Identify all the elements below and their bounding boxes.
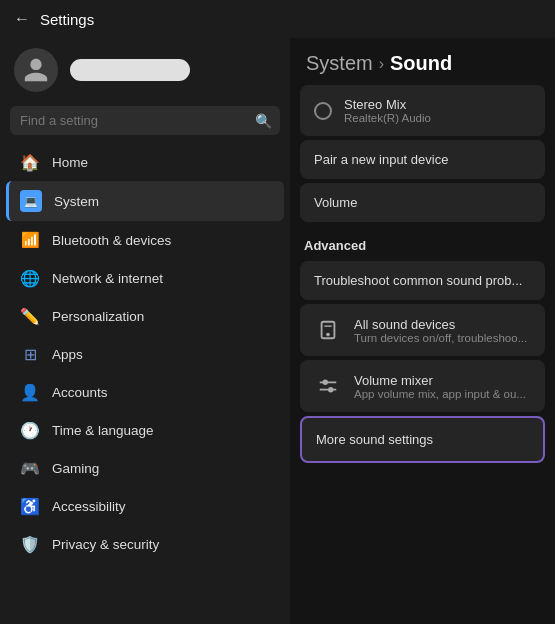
volume-card: Volume: [300, 183, 545, 222]
settings-title: Settings: [40, 11, 94, 28]
volume-mixer-icon: [314, 372, 342, 400]
breadcrumb: System › Sound: [290, 38, 555, 85]
breadcrumb-current: Sound: [390, 52, 452, 75]
sidebar-item-personalization[interactable]: ✏️ Personalization: [6, 297, 284, 335]
title-bar: ← Settings: [0, 0, 555, 38]
more-sound-settings-button[interactable]: More sound settings: [300, 416, 545, 463]
sidebar-item-apps[interactable]: ⊞ Apps: [6, 335, 284, 373]
svg-point-1: [326, 333, 330, 337]
sidebar-label-apps: Apps: [52, 347, 83, 362]
sidebar-label-system: System: [54, 194, 99, 209]
stereo-mix-radio[interactable]: [314, 102, 332, 120]
sidebar-item-gaming[interactable]: 🎮 Gaming: [6, 449, 284, 487]
volume-mixer-text: Volume mixer App volume mix, app input &…: [354, 373, 526, 400]
sidebar-item-accessibility[interactable]: ♿ Accessibility: [6, 487, 284, 525]
sidebar-label-bluetooth: Bluetooth & devices: [52, 233, 171, 248]
troubleshoot-row[interactable]: Troubleshoot common sound prob...: [300, 261, 545, 300]
avatar: [14, 48, 58, 92]
search-icon: 🔍: [255, 113, 272, 129]
sidebar-label-network: Network & internet: [52, 271, 163, 286]
volume-mixer-subtitle: App volume mix, app input & ou...: [354, 388, 526, 400]
gaming-icon: 🎮: [20, 458, 40, 478]
accessibility-icon: ♿: [20, 496, 40, 516]
all-sound-devices-text: All sound devices Turn devices on/off, t…: [354, 317, 527, 344]
bluetooth-icon: 📶: [20, 230, 40, 250]
sidebar-label-privacy: Privacy & security: [52, 537, 159, 552]
breadcrumb-chevron-icon: ›: [379, 55, 384, 73]
stereo-mix-title: Stereo Mix: [344, 97, 431, 112]
sidebar-item-bluetooth[interactable]: 📶 Bluetooth & devices: [6, 221, 284, 259]
sidebar-item-privacy[interactable]: 🛡️ Privacy & security: [6, 525, 284, 563]
network-icon: 🌐: [20, 268, 40, 288]
stereo-mix-text: Stereo Mix Realtek(R) Audio: [344, 97, 431, 124]
sidebar-item-time[interactable]: 🕐 Time & language: [6, 411, 284, 449]
back-button[interactable]: ←: [14, 10, 30, 28]
user-profile[interactable]: [0, 38, 290, 106]
breadcrumb-parent: System: [306, 52, 373, 75]
all-sound-devices-subtitle: Turn devices on/off, troubleshoo...: [354, 332, 527, 344]
sound-content: Stereo Mix Realtek(R) Audio Pair a new i…: [290, 85, 555, 416]
sidebar-label-accessibility: Accessibility: [52, 499, 126, 514]
volume-mixer-row[interactable]: Volume mixer App volume mix, app input &…: [300, 360, 545, 412]
stereo-mix-card: Stereo Mix Realtek(R) Audio: [300, 85, 545, 136]
home-icon: 🏠: [20, 152, 40, 172]
volume-mixer-title: Volume mixer: [354, 373, 526, 388]
system-icon: 💻: [20, 190, 42, 212]
sidebar-label-accounts: Accounts: [52, 385, 108, 400]
pair-device-row[interactable]: Pair a new input device: [300, 140, 545, 179]
volume-mixer-card: Volume mixer App volume mix, app input &…: [300, 360, 545, 412]
content-area: System › Sound Stereo Mix Realtek(R) Aud…: [290, 38, 555, 624]
search-input[interactable]: [10, 106, 280, 135]
personalization-icon: ✏️: [20, 306, 40, 326]
all-sound-devices-row[interactable]: All sound devices Turn devices on/off, t…: [300, 304, 545, 356]
sidebar-item-accounts[interactable]: 👤 Accounts: [6, 373, 284, 411]
accounts-icon: 👤: [20, 382, 40, 402]
all-devices-icon: [314, 316, 342, 344]
main-layout: 🔍 🏠 Home 💻 System 📶 Bluetooth & devices …: [0, 38, 555, 624]
pair-device-card: Pair a new input device: [300, 140, 545, 179]
svg-point-6: [328, 387, 334, 393]
stereo-mix-subtitle: Realtek(R) Audio: [344, 112, 431, 124]
svg-rect-2: [324, 325, 331, 326]
sidebar-item-system[interactable]: 💻 System: [6, 181, 284, 221]
sidebar: 🔍 🏠 Home 💻 System 📶 Bluetooth & devices …: [0, 38, 290, 624]
svg-point-5: [323, 380, 329, 386]
sidebar-label-gaming: Gaming: [52, 461, 99, 476]
all-sound-devices-card: All sound devices Turn devices on/off, t…: [300, 304, 545, 356]
apps-icon: ⊞: [20, 344, 40, 364]
volume-row[interactable]: Volume: [300, 183, 545, 222]
stereo-mix-row[interactable]: Stereo Mix Realtek(R) Audio: [300, 85, 545, 136]
privacy-icon: 🛡️: [20, 534, 40, 554]
time-icon: 🕐: [20, 420, 40, 440]
username-display: [70, 59, 190, 81]
sidebar-item-network[interactable]: 🌐 Network & internet: [6, 259, 284, 297]
advanced-header: Advanced: [300, 226, 545, 261]
sidebar-label-home: Home: [52, 155, 88, 170]
sidebar-label-time: Time & language: [52, 423, 154, 438]
sidebar-item-home[interactable]: 🏠 Home: [6, 143, 284, 181]
troubleshoot-card: Troubleshoot common sound prob...: [300, 261, 545, 300]
search-box[interactable]: 🔍: [10, 106, 280, 135]
all-sound-devices-title: All sound devices: [354, 317, 527, 332]
sidebar-label-personalization: Personalization: [52, 309, 144, 324]
